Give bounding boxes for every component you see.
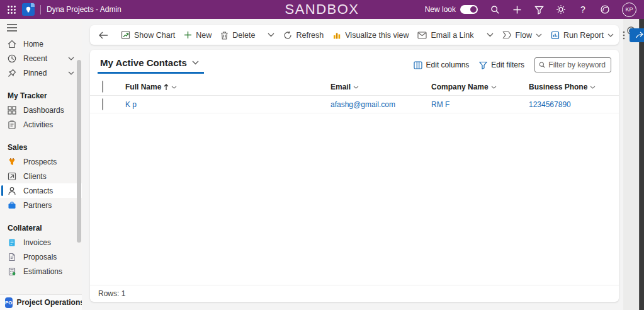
show-chart-label: Show Chart bbox=[134, 31, 175, 40]
settings-gear-icon[interactable] bbox=[556, 4, 566, 14]
app-logo-icon[interactable] bbox=[22, 3, 35, 16]
environment-banner: SANDBOX bbox=[285, 1, 359, 18]
sort-ascending-icon bbox=[164, 84, 169, 91]
sidebar-item-prospects[interactable]: Prospects bbox=[0, 154, 82, 169]
column-header-business-phone[interactable]: Business Phone bbox=[529, 83, 619, 91]
refresh-button[interactable]: Refresh bbox=[279, 28, 328, 43]
visualize-label: Visualize this view bbox=[345, 31, 409, 40]
sidebar-item-label: Home bbox=[23, 40, 43, 49]
flow-button[interactable]: Flow bbox=[498, 28, 546, 43]
chevron-down-icon bbox=[171, 86, 177, 89]
command-bar: Show Chart New Delete Refresh Visualize … bbox=[90, 25, 619, 45]
sidebar-item-label: Estimations bbox=[23, 267, 62, 276]
sidebar-group-collateral: Collateral bbox=[0, 221, 82, 235]
app-switcher[interactable]: PO Project Operations bbox=[0, 294, 82, 310]
toggle-switch-on[interactable] bbox=[460, 5, 478, 14]
help-icon[interactable]: ? bbox=[578, 4, 588, 14]
chevron-down-icon[interactable] bbox=[68, 71, 74, 75]
sidebar-item-invoices[interactable]: Invoices bbox=[0, 235, 82, 250]
collapse-sidebar-icon[interactable] bbox=[7, 24, 82, 32]
sidebar-item-dashboards[interactable]: Dashboards bbox=[0, 103, 82, 117]
sidebar-group-my-tracker: My Tracker bbox=[0, 89, 82, 103]
top-navigation-bar: Dyna Projects - Admin SANDBOX New look ? bbox=[0, 0, 644, 19]
run-report-button[interactable]: Run Report bbox=[546, 28, 618, 43]
new-look-label: New look bbox=[425, 5, 456, 14]
select-all-checkbox[interactable] bbox=[102, 81, 103, 93]
sidebar-item-recent[interactable]: Recent bbox=[0, 51, 82, 66]
right-side-rail bbox=[623, 19, 639, 310]
filter-by-keyword-box[interactable] bbox=[534, 57, 611, 72]
new-look-toggle[interactable]: New look bbox=[425, 5, 478, 14]
delete-button[interactable]: Delete bbox=[216, 28, 259, 43]
column-header-email[interactable]: Email bbox=[330, 83, 431, 91]
sidebar-item-label: Prospects bbox=[23, 158, 57, 166]
sidebar-item-label: Contacts bbox=[23, 187, 53, 195]
sidebar-item-proposals[interactable]: Proposals bbox=[0, 250, 82, 264]
cell-email[interactable]: afashg@gmail.com bbox=[330, 100, 431, 109]
sidebar-item-activities[interactable]: Activities bbox=[0, 117, 82, 132]
sidebar-item-label: Recent bbox=[23, 54, 47, 63]
edit-columns-label: Edit columns bbox=[426, 60, 470, 69]
view-selector[interactable]: My Active Contacts bbox=[98, 56, 204, 74]
app-switcher-label: Project Operations bbox=[17, 298, 82, 307]
overflow-chevron-button[interactable] bbox=[263, 28, 279, 43]
sidebar-item-partners[interactable]: Partners bbox=[0, 198, 82, 212]
chevron-down-icon bbox=[192, 60, 199, 65]
column-label: Full Name bbox=[125, 83, 161, 91]
show-chart-button[interactable]: Show Chart bbox=[116, 28, 179, 43]
sidebar-item-pinned[interactable]: Pinned bbox=[0, 66, 82, 80]
sidebar-item-label: Proposals bbox=[23, 253, 57, 261]
back-button[interactable] bbox=[94, 28, 113, 43]
sidebar-scrollbar-thumb[interactable] bbox=[77, 60, 81, 243]
refresh-label: Refresh bbox=[296, 31, 324, 40]
delete-label: Delete bbox=[232, 31, 255, 40]
edit-columns-button[interactable]: Edit columns bbox=[414, 60, 470, 69]
chevron-down-icon[interactable] bbox=[68, 57, 74, 60]
grid-header-row: Full Name Email Company Name Business Ph… bbox=[90, 79, 619, 96]
app-title[interactable]: Dyna Projects - Admin bbox=[47, 5, 121, 14]
copilot-icon[interactable] bbox=[626, 26, 636, 310]
sidebar-item-label: Activities bbox=[23, 120, 53, 129]
cell-full-name[interactable]: K p bbox=[125, 100, 330, 109]
sidebar-item-estimations[interactable]: Estimations bbox=[0, 264, 82, 278]
waffle-menu-icon[interactable] bbox=[6, 4, 16, 14]
edit-filters-button[interactable]: Edit filters bbox=[479, 60, 524, 69]
quick-create-plus-icon[interactable] bbox=[512, 4, 522, 14]
filter-icon[interactable] bbox=[534, 4, 544, 14]
window-scrollbar[interactable] bbox=[639, 19, 644, 310]
site-map-sidebar: Home Recent Pinned My Tracker Dashboards… bbox=[0, 19, 82, 310]
overflow-chevron-button[interactable] bbox=[482, 28, 498, 43]
column-label: Business Phone bbox=[529, 83, 587, 91]
cell-company-name[interactable]: RM F bbox=[431, 100, 529, 109]
table-row[interactable]: K p afashg@gmail.com RM F 1234567890 bbox=[90, 96, 619, 113]
sidebar-item-label: Pinned bbox=[23, 69, 47, 78]
sidebar-item-contacts[interactable]: Contacts bbox=[0, 183, 82, 198]
view-title: My Active Contacts bbox=[100, 57, 187, 68]
filter-by-keyword-input[interactable] bbox=[548, 60, 607, 69]
new-button[interactable]: New bbox=[179, 28, 216, 43]
cell-business-phone[interactable]: 1234567890 bbox=[529, 100, 619, 109]
sidebar-item-label: Invoices bbox=[23, 238, 51, 247]
run-report-label: Run Report bbox=[563, 31, 604, 40]
email-a-link-button[interactable]: Email a Link bbox=[413, 28, 478, 43]
column-header-full-name[interactable]: Full Name bbox=[125, 83, 330, 91]
sidebar-item-label: Dashboards bbox=[23, 106, 64, 115]
sidebar-item-clients[interactable]: Clients bbox=[0, 169, 82, 183]
app-badge: PO bbox=[5, 297, 13, 308]
search-icon[interactable] bbox=[490, 4, 500, 14]
sidebar-group-sales: Sales bbox=[0, 141, 82, 154]
email-a-link-label: Email a Link bbox=[431, 31, 473, 40]
sidebar-item-label: Clients bbox=[23, 172, 47, 181]
column-label: Company Name bbox=[431, 83, 489, 91]
column-header-company-name[interactable]: Company Name bbox=[431, 83, 529, 91]
edit-filters-label: Edit filters bbox=[491, 60, 524, 69]
visualize-this-view-button[interactable]: Visualize this view bbox=[328, 28, 413, 43]
share-button[interactable]: Share bbox=[630, 28, 644, 42]
grid-container: My Active Contacts Edit columns Edit fil… bbox=[90, 50, 619, 302]
search-icon bbox=[539, 61, 545, 69]
user-avatar[interactable]: KP bbox=[622, 3, 636, 17]
more-commands-button[interactable] bbox=[618, 28, 630, 43]
sidebar-item-home[interactable]: Home bbox=[0, 37, 82, 51]
copilot-icon[interactable] bbox=[600, 4, 610, 14]
row-checkbox[interactable] bbox=[102, 98, 103, 110]
